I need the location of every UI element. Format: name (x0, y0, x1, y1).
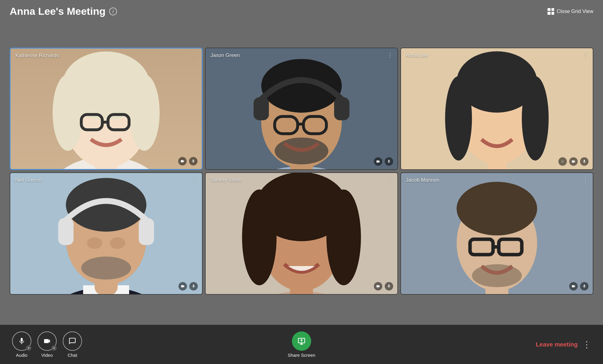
svg-point-35 (66, 178, 146, 231)
video-tile-neil: Neil Grecco⋮ (10, 172, 203, 295)
share-screen-button[interactable]: Share Screen (288, 331, 315, 358)
audio-button[interactable]: ▾ Audio (12, 331, 31, 358)
svg-point-28 (445, 76, 472, 160)
svg-point-39 (87, 237, 102, 249)
audio-chevron-icon[interactable]: ▾ (26, 345, 31, 351)
video-tile-jacob: Jacob Mannon⋮ (400, 172, 593, 295)
chat-button[interactable]: Chat (63, 331, 82, 358)
camera-icon (43, 337, 51, 345)
info-icon[interactable]: i (109, 8, 117, 15)
video-icon-jason[interactable] (374, 157, 382, 166)
more-options-neil[interactable]: ⋮ (192, 177, 198, 183)
more-options-katherine[interactable]: ⋮ (191, 52, 197, 58)
svg-point-46 (242, 189, 276, 285)
svg-point-36 (81, 256, 131, 279)
tile-controls-anna: ☆ (558, 157, 589, 166)
tile-controls-neil (178, 282, 198, 290)
participant-name-katherine: Katherine Richards (15, 53, 59, 59)
participant-name-jason: Jason Green (210, 52, 240, 58)
more-options-anna[interactable]: ⋮ (582, 52, 589, 58)
svg-point-47 (327, 189, 361, 285)
video-button-circle: ▾ (37, 331, 57, 351)
audio-label: Audio (16, 353, 27, 358)
mic-icon-neil[interactable] (189, 282, 198, 290)
video-grid: Katherine Richards⋮ (10, 48, 593, 295)
mic-icon-jason[interactable] (385, 157, 393, 166)
mic-icon-anna[interactable] (580, 157, 589, 166)
video-icon-tammy[interactable] (374, 282, 382, 290)
header: Anna Lee's Meeting i Close Grid View (0, 0, 603, 20)
svg-point-29 (522, 76, 549, 160)
video-tile-tammy: Tammy Smith⋮ (205, 172, 398, 295)
video-grid-container: Katherine Richards⋮ (0, 20, 603, 325)
mic-icon (18, 337, 26, 345)
grid-icon (548, 8, 554, 15)
more-options-toolbar-button[interactable]: ⋮ (582, 340, 591, 350)
video-icon-katherine[interactable] (178, 157, 187, 165)
svg-rect-21 (254, 97, 269, 120)
tile-controls-katherine (178, 157, 197, 165)
video-tile-katherine: Katherine Richards⋮ (10, 48, 203, 170)
audio-button-circle: ▾ (12, 331, 31, 351)
svg-rect-22 (334, 97, 349, 120)
participant-name-anna: Anna Lee (406, 52, 428, 58)
svg-rect-37 (58, 218, 74, 245)
star-icon-anna[interactable]: ☆ (558, 157, 567, 166)
video-button[interactable]: ▾ Video (37, 331, 57, 358)
svg-point-6 (129, 74, 159, 151)
meeting-title-text: Anna Lee's Meeting (10, 5, 106, 17)
video-icon-neil[interactable] (178, 282, 187, 290)
toolbar-right: Leave meeting ⋮ (536, 340, 591, 350)
video-label: Video (41, 353, 53, 358)
toolbar: ▾ Audio ▾ Video Chat (0, 325, 603, 364)
participant-name-tammy: Tammy Smith (210, 177, 242, 183)
svg-rect-38 (139, 218, 154, 245)
tile-controls-jacob (569, 282, 589, 290)
participant-name-neil: Neil Grecco (15, 177, 42, 183)
leave-meeting-button[interactable]: Leave meeting (536, 341, 578, 348)
video-tile-anna: Anna Lee⋮☆ (400, 48, 593, 170)
more-options-jacob[interactable]: ⋮ (582, 177, 589, 183)
share-screen-circle (292, 331, 311, 351)
svg-point-5 (52, 74, 83, 151)
video-icon-anna[interactable] (569, 157, 578, 166)
chat-icon (68, 337, 76, 345)
grid-view-label: Close Grid View (557, 8, 593, 14)
meeting-title: Anna Lee's Meeting i (10, 5, 117, 17)
mic-icon-jacob[interactable] (580, 282, 589, 290)
tile-controls-jason (374, 157, 393, 166)
more-options-jason[interactable]: ⋮ (387, 52, 393, 58)
svg-point-57 (472, 264, 522, 287)
chat-label: Chat (68, 353, 77, 358)
video-tile-jason: Jason Green⋮ (205, 48, 398, 170)
more-options-tammy[interactable]: ⋮ (387, 177, 393, 183)
mic-icon-katherine[interactable] (189, 157, 197, 165)
video-chevron-icon[interactable]: ▾ (51, 345, 57, 351)
chat-button-circle (63, 331, 82, 351)
share-screen-label: Share Screen (288, 353, 315, 358)
svg-point-40 (110, 237, 125, 249)
toolbar-left: ▾ Audio ▾ Video Chat (12, 331, 82, 358)
close-grid-view-button[interactable]: Close Grid View (548, 8, 593, 15)
mic-icon-tammy[interactable] (385, 282, 393, 290)
share-screen-icon (297, 337, 306, 345)
participant-name-jacob: Jacob Mannon (406, 177, 440, 183)
tile-controls-tammy (374, 282, 393, 290)
video-icon-jacob[interactable] (569, 282, 578, 290)
svg-point-53 (456, 182, 537, 235)
